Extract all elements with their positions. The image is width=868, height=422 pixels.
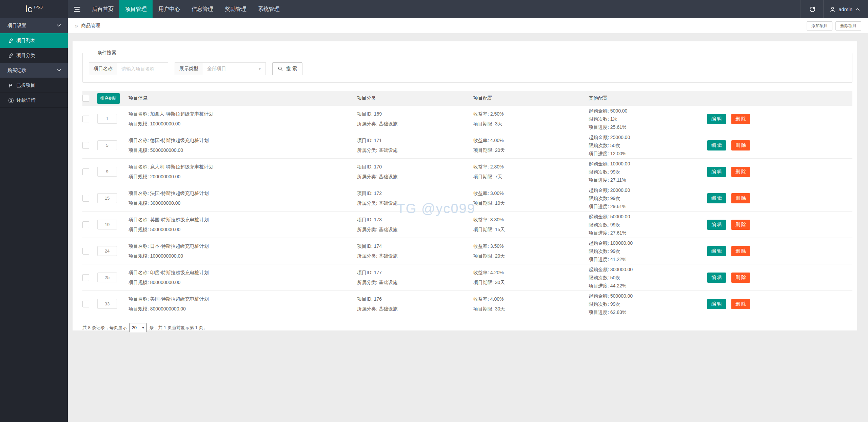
sort-input[interactable]: 5 bbox=[97, 140, 117, 150]
edit-button[interactable]: 编辑 bbox=[707, 167, 726, 177]
cell-project-config: 收益率: 2.50%项目期限: 3天 bbox=[473, 109, 589, 129]
row-checkbox[interactable] bbox=[82, 142, 89, 149]
edit-button[interactable]: 编辑 bbox=[707, 220, 726, 230]
project-name: 项目名称: 德国-特斯拉超级充电桩计划 bbox=[129, 136, 357, 145]
project-progress: 项目进度: 41.22% bbox=[589, 255, 707, 263]
delete-button[interactable]: 删除 bbox=[731, 114, 750, 124]
sidebar-item-0-0[interactable]: 项目列表 bbox=[0, 33, 68, 48]
project-id: 项目ID: 174 bbox=[357, 241, 473, 251]
nav-item-4[interactable]: 奖励管理 bbox=[219, 0, 252, 18]
row-checkbox[interactable] bbox=[82, 248, 89, 255]
sidebar-item-1-0[interactable]: 已投项目 bbox=[0, 78, 68, 93]
sort-input[interactable]: 33 bbox=[97, 299, 117, 309]
sort-input[interactable]: 1 bbox=[97, 114, 117, 124]
min-amount: 起购金额: 300000.00 bbox=[589, 265, 707, 274]
sort-input[interactable]: 25 bbox=[97, 273, 117, 282]
display-type-select[interactable]: 全部项目 ▼ bbox=[203, 62, 266, 75]
edit-button[interactable]: 编辑 bbox=[707, 140, 726, 150]
nav-item-3[interactable]: 信息管理 bbox=[186, 0, 219, 18]
sidebar-item-0-1[interactable]: 项目分类 bbox=[0, 48, 68, 63]
sort-input[interactable]: 15 bbox=[97, 193, 117, 203]
sidebar-group-0[interactable]: 项目设置 bbox=[0, 18, 68, 33]
min-amount: 起购金额: 500000.00 bbox=[589, 292, 707, 300]
select-all-checkbox[interactable] bbox=[82, 95, 89, 102]
nav-item-5[interactable]: 系统管理 bbox=[252, 0, 285, 18]
project-name: 项目名称: 美国-特斯拉超级充电桩计划 bbox=[129, 294, 357, 304]
edit-button[interactable]: 编辑 bbox=[707, 273, 726, 283]
edit-button[interactable]: 编辑 bbox=[707, 193, 726, 203]
row-sort-cell: 33 bbox=[97, 299, 129, 309]
add-project-button[interactable]: 添加项目 bbox=[807, 21, 832, 31]
sidebar-item-1-1[interactable]: $还款详情 bbox=[0, 93, 68, 108]
sidebar-group-1[interactable]: 购买记录 bbox=[0, 63, 68, 78]
project-name-input[interactable] bbox=[117, 62, 168, 75]
delete-button[interactable]: 删除 bbox=[731, 273, 750, 283]
table-row: 9项目名称: 意大利-特斯拉超级充电桩计划项目规模: 200000000.00项… bbox=[82, 159, 852, 185]
cell-project-category: 项目ID: 173所属分类: 基础设施 bbox=[357, 215, 473, 235]
delete-button[interactable]: 删除 bbox=[731, 220, 750, 230]
chevron-down-icon bbox=[57, 69, 61, 72]
link-icon bbox=[8, 53, 13, 58]
edit-button[interactable]: 编辑 bbox=[707, 114, 726, 124]
delete-button[interactable]: 删除 bbox=[731, 140, 750, 150]
user-menu[interactable]: admin bbox=[824, 0, 868, 18]
delete-button[interactable]: 删除 bbox=[731, 299, 750, 309]
sort-input[interactable]: 9 bbox=[97, 167, 117, 177]
delete-project-button[interactable]: 删除项目 bbox=[835, 21, 861, 31]
sort-input[interactable]: 24 bbox=[97, 246, 117, 256]
delete-button[interactable]: 删除 bbox=[731, 193, 750, 203]
delete-button[interactable]: 删除 bbox=[731, 167, 750, 177]
edit-button[interactable]: 编辑 bbox=[707, 299, 726, 309]
chevron-down-icon bbox=[57, 24, 61, 27]
table-row: 25项目名称: 印度-特斯拉超级充电桩计划项目规模: 800000000.00项… bbox=[82, 264, 852, 291]
refresh-icon[interactable] bbox=[801, 0, 823, 18]
cell-project-config: 收益率: 4.00%项目期限: 30天 bbox=[473, 294, 589, 314]
nav-item-2[interactable]: 用户中心 bbox=[153, 0, 186, 18]
nav-item-0[interactable]: 后台首页 bbox=[86, 0, 119, 18]
project-id: 项目ID: 173 bbox=[357, 215, 473, 225]
project-term: 项目期限: 3天 bbox=[473, 119, 589, 129]
row-checkbox[interactable] bbox=[82, 221, 89, 228]
project-name: 项目名称: 意大利-特斯拉超级充电桩计划 bbox=[129, 162, 357, 172]
cell-project-info: 项目名称: 印度-特斯拉超级充电桩计划项目规模: 800000000.00 bbox=[129, 268, 357, 287]
sort-input[interactable]: 19 bbox=[97, 220, 117, 229]
cell-project-category: 项目ID: 171所属分类: 基础设施 bbox=[357, 136, 473, 155]
cell-other-config: 起购金额: 100000.00限购次数: 99次项目进度: 41.22% bbox=[589, 239, 707, 263]
cell-project-category: 项目ID: 170所属分类: 基础设施 bbox=[357, 162, 473, 182]
page-actions: 添加项目 删除项目 bbox=[807, 21, 861, 31]
edit-button[interactable]: 编辑 bbox=[707, 246, 726, 256]
cell-other-config: 起购金额: 20000.00限购次数: 99次项目进度: 29.61% bbox=[589, 186, 707, 210]
project-name: 项目名称: 法国-特斯拉超级充电桩计划 bbox=[129, 188, 357, 198]
row-checkbox[interactable] bbox=[82, 301, 89, 307]
cell-project-category: 项目ID: 177所属分类: 基础设施 bbox=[357, 268, 473, 287]
table-row: 24项目名称: 日本-特斯拉超级充电桩计划项目规模: 1000000000.00… bbox=[82, 238, 852, 264]
delete-button[interactable]: 删除 bbox=[731, 246, 750, 256]
nav-item-1[interactable]: 项目管理 bbox=[119, 0, 153, 18]
row-checkbox[interactable] bbox=[82, 116, 89, 122]
project-id: 项目ID: 176 bbox=[357, 294, 473, 304]
project-scale: 项目规模: 300000000.00 bbox=[129, 198, 357, 208]
project-name: 项目名称: 日本-特斯拉超级充电桩计划 bbox=[129, 241, 357, 251]
chevron-down-icon: ▼ bbox=[142, 326, 145, 329]
page-size-select[interactable]: 20 ▼ bbox=[129, 323, 147, 332]
main-nav: 后台首页项目管理用户中心信息管理奖励管理系统管理 bbox=[86, 0, 285, 18]
flag-icon bbox=[8, 83, 13, 88]
cell-actions: 编辑删除 bbox=[707, 167, 852, 177]
sidebar: 项目设置项目列表项目分类购买记录已投项目$还款详情 bbox=[0, 18, 68, 422]
display-type-label: 展示类型 bbox=[175, 62, 203, 75]
table-row: 1项目名称: 加拿大-特斯拉超级充电桩计划项目规模: 100000000.00项… bbox=[82, 106, 852, 132]
row-check-cell bbox=[82, 221, 97, 228]
menu-toggle-icon[interactable] bbox=[68, 0, 86, 18]
link-icon bbox=[8, 38, 13, 43]
sort-refresh-badge[interactable]: 排序刷新 bbox=[97, 93, 120, 104]
project-id: 项目ID: 177 bbox=[357, 268, 473, 278]
row-checkbox[interactable] bbox=[82, 168, 89, 175]
search-button[interactable]: 搜 索 bbox=[272, 62, 302, 75]
project-term: 项目期限: 15天 bbox=[473, 225, 589, 235]
cell-other-config: 起购金额: 5000.00限购次数: 1次项目进度: 25.61% bbox=[589, 107, 707, 131]
row-checkbox[interactable] bbox=[82, 274, 89, 281]
display-type-value: 全部项目 bbox=[207, 66, 226, 72]
project-term: 项目期限: 30天 bbox=[473, 278, 589, 287]
search-panel: 条件搜索 项目名称 展示类型 全部项目 ▼ 搜 索 bbox=[82, 50, 852, 83]
row-checkbox[interactable] bbox=[82, 195, 89, 202]
